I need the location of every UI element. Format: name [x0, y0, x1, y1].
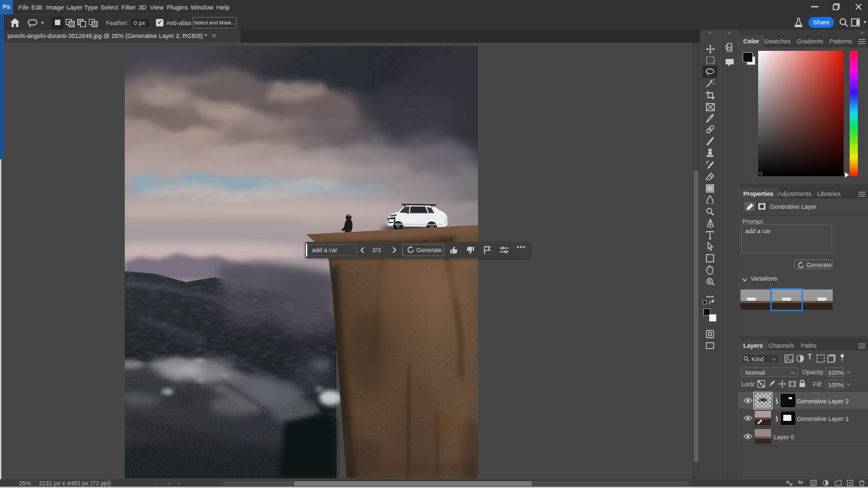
svg-text:5: 5	[728, 45, 732, 52]
